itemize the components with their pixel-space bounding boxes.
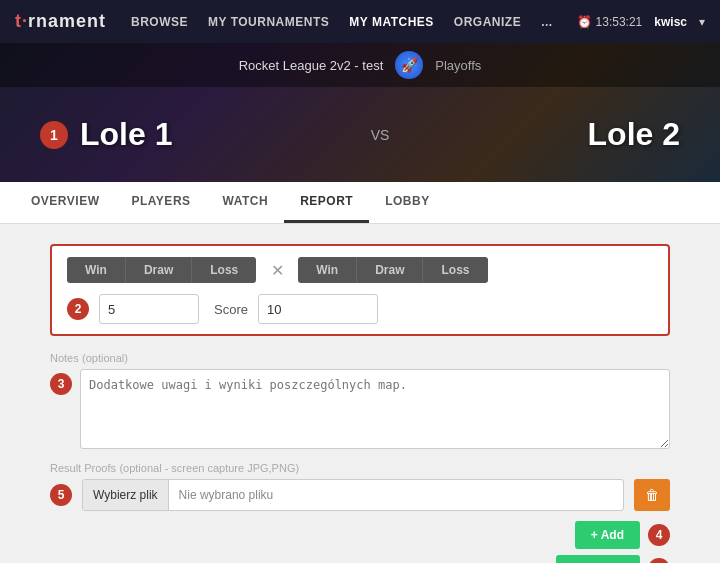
btn-loss-left[interactable]: Loss: [192, 257, 256, 283]
delete-file-button[interactable]: 🗑: [634, 479, 670, 511]
tab-bar: OVERVIEW PLAYERS WATCH REPORT LOBBY: [0, 182, 720, 224]
nav-more[interactable]: ...: [541, 15, 553, 29]
clear-button[interactable]: ✕: [264, 256, 290, 284]
game-icon: 🚀: [395, 51, 423, 79]
content-area: Win Draw Loss ✕ Win Draw Loss 2 Score No…: [0, 224, 720, 563]
banner-main: 1 Lole 1 vs Lole 2: [0, 87, 720, 182]
trash-icon: 🗑: [645, 487, 659, 503]
notes-textarea[interactable]: [80, 369, 670, 449]
team1-name: Lole 1: [80, 116, 172, 153]
add-button[interactable]: + Add: [575, 521, 640, 549]
proofs-label: Result Proofs (optional - screen capture…: [50, 461, 670, 475]
stage-label: Playoffs: [435, 58, 481, 73]
proofs-optional-text: (optional - screen capture JPG,PNG): [119, 462, 299, 474]
file-name-display: Nie wybrano pliku: [169, 488, 284, 502]
navbar-user[interactable]: kwisc: [654, 15, 687, 29]
nav-browse[interactable]: BROWSE: [131, 15, 188, 29]
step-badge-2: 2: [67, 298, 89, 320]
navbar: t·rnament BROWSE MY TOURNAMENTS MY MATCH…: [0, 0, 720, 43]
tab-lobby[interactable]: LOBBY: [369, 182, 446, 223]
nav-tournaments[interactable]: MY TOURNAMENTS: [208, 15, 329, 29]
nav-matches[interactable]: MY MATCHES: [349, 15, 434, 29]
tab-report[interactable]: REPORT: [284, 182, 369, 223]
report-row: ✎ Report 6: [556, 555, 670, 563]
time-value: 13:53:21: [596, 15, 643, 29]
vs-text: vs: [371, 127, 390, 143]
action-buttons: + Add 4 ✎ Report 6: [50, 521, 670, 563]
score-input-left[interactable]: [99, 294, 199, 324]
navbar-right: ⏰ 13:53:21 kwisc ▾: [577, 15, 705, 29]
result-buttons-row: Win Draw Loss ✕ Win Draw Loss: [67, 256, 653, 284]
tournament-name: Rocket League 2v2 - test: [239, 58, 384, 73]
step-badge-3: 3: [50, 373, 72, 395]
btn-draw-left[interactable]: Draw: [126, 257, 192, 283]
btn-draw-right[interactable]: Draw: [357, 257, 423, 283]
btn-win-left[interactable]: Win: [67, 257, 126, 283]
logo: t·rnament: [15, 11, 106, 32]
score-label: Score: [214, 302, 248, 317]
report-button[interactable]: ✎ Report: [556, 555, 640, 563]
proofs-row: 5 Wybierz plik Nie wybrano pliku 🗑: [50, 479, 670, 511]
notes-optional-text: (optional): [82, 352, 128, 364]
score-section: Win Draw Loss ✕ Win Draw Loss 2 Score: [50, 244, 670, 336]
tab-overview[interactable]: OVERVIEW: [15, 182, 115, 223]
result-group-left: Win Draw Loss: [67, 257, 256, 283]
banner: Rocket League 2v2 - test 🚀 Playoffs 1 Lo…: [0, 43, 720, 182]
file-input-row: Wybierz plik Nie wybrano pliku: [82, 479, 624, 511]
team1-section: 1 Lole 1: [40, 116, 172, 153]
notes-section: Notes (optional) 3: [50, 351, 670, 449]
result-group-right: Win Draw Loss: [298, 257, 487, 283]
banner-subtitle: Rocket League 2v2 - test 🚀 Playoffs: [0, 43, 720, 87]
step-badge-6: 6: [648, 558, 670, 563]
step-badge-5: 5: [50, 484, 72, 506]
btn-loss-right[interactable]: Loss: [423, 257, 487, 283]
navbar-time: ⏰ 13:53:21: [577, 15, 643, 29]
score-input-right[interactable]: [258, 294, 378, 324]
chevron-down-icon: ▾: [699, 15, 705, 29]
tab-players[interactable]: PLAYERS: [115, 182, 206, 223]
score-input-row: 2 Score: [67, 294, 653, 324]
btn-win-right[interactable]: Win: [298, 257, 357, 283]
proofs-section: Result Proofs (optional - screen capture…: [50, 461, 670, 511]
file-choose-button[interactable]: Wybierz plik: [83, 480, 169, 510]
nav-organize[interactable]: ORGANIZE: [454, 15, 521, 29]
add-row: + Add 4: [575, 521, 670, 549]
nav-links: BROWSE MY TOURNAMENTS MY MATCHES ORGANIZ…: [131, 15, 577, 29]
notes-label: Notes (optional): [50, 351, 670, 365]
team2-name: Lole 2: [588, 116, 680, 153]
step-badge-4: 4: [648, 524, 670, 546]
team1-number: 1: [40, 121, 68, 149]
clock-icon: ⏰: [577, 15, 592, 29]
tab-watch[interactable]: WATCH: [207, 182, 285, 223]
